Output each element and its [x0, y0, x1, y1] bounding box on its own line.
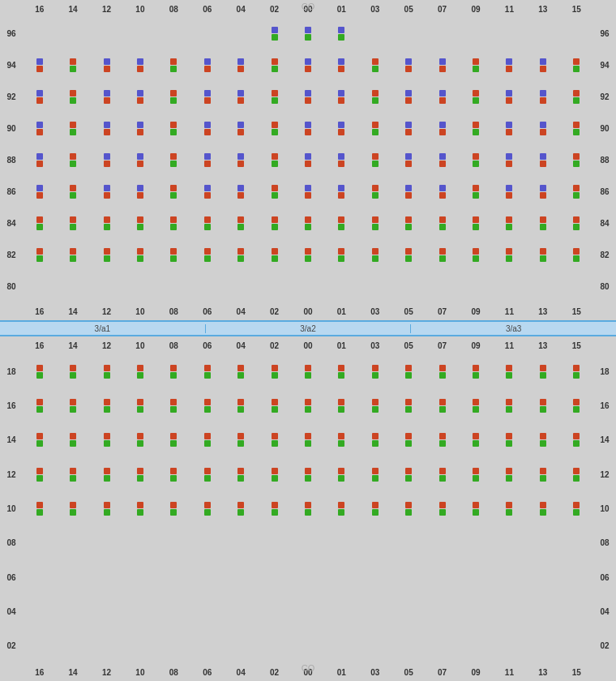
- col-label: 07: [426, 663, 459, 681]
- seat-cell: [426, 271, 459, 302]
- seat-cell: [291, 271, 324, 302]
- row-label: 08: [0, 526, 23, 560]
- seat-cell: [560, 176, 593, 208]
- bottom-row-labels-left: 181614121008060402: [0, 354, 23, 663]
- seat-cell: [291, 491, 324, 525]
- col-label: 07: [426, 302, 459, 320]
- seat-cell: [493, 113, 526, 144]
- row-label: 16: [593, 388, 616, 422]
- row-label-left: 96: [0, 18, 23, 49]
- seat-cell: [291, 144, 324, 176]
- seat-cell: [560, 388, 593, 422]
- col-label: 06: [190, 663, 224, 681]
- row-label: 10: [0, 491, 23, 525]
- seat-cell: [459, 144, 492, 176]
- seat-cell: [258, 594, 291, 628]
- seat-cell: [123, 457, 156, 491]
- col-label: 15: [560, 663, 593, 681]
- col-label: 00: [291, 302, 324, 320]
- seat-cell: [190, 388, 224, 422]
- seat-cell: [291, 49, 324, 81]
- seat-row: [23, 49, 593, 81]
- seat-cell: [56, 18, 89, 49]
- seat-cell: [493, 388, 526, 422]
- seat-cell: [526, 423, 559, 457]
- seat-cell: [23, 208, 56, 239]
- seat-cell: [526, 144, 559, 176]
- row-label-right: 82: [593, 239, 616, 271]
- seat-cell: [90, 18, 123, 49]
- col-label: 05: [391, 336, 425, 354]
- col-label: 16: [23, 336, 56, 354]
- seat-cell: [493, 239, 526, 271]
- col-label: 11: [493, 302, 526, 320]
- col-label: 05: [391, 302, 425, 320]
- seat-cell: [258, 526, 291, 560]
- seat-cell: [325, 208, 358, 239]
- seat-cell: [224, 176, 257, 208]
- seat-cell: [224, 594, 257, 628]
- seat-cell: [258, 81, 291, 113]
- seat-cell: [493, 81, 526, 113]
- seat-cell: [190, 629, 224, 663]
- seat-cell: [426, 208, 459, 239]
- seat-cell: [358, 457, 391, 491]
- seat-cell: [90, 491, 123, 525]
- seat-cell: [258, 629, 291, 663]
- col-label: 11: [493, 0, 526, 18]
- col-label: 07: [426, 336, 459, 354]
- seat-cell: [526, 208, 559, 239]
- seat-cell: [358, 144, 391, 176]
- seat-cell: [23, 594, 56, 628]
- seat-cell: [56, 81, 89, 113]
- seat-cell: [358, 49, 391, 81]
- seat-cell: [459, 49, 492, 81]
- seat-cell: [258, 18, 291, 49]
- seat-cell: [90, 144, 123, 176]
- seat-cell: [325, 388, 358, 422]
- seat-cell: [258, 239, 291, 271]
- seat-cell: [526, 388, 559, 422]
- seat-cell: [190, 457, 224, 491]
- seat-cell: [291, 560, 324, 594]
- row-label-left: 94: [0, 49, 23, 81]
- top-row-labels-left: 969492908886848280: [0, 18, 23, 302]
- seat-cell: [23, 560, 56, 594]
- seat-cell: [560, 81, 593, 113]
- seat-row: [23, 491, 593, 525]
- seat-cell: [258, 457, 291, 491]
- bottom-seats-area: [23, 354, 593, 663]
- seat-cell: [56, 560, 89, 594]
- seat-cell: [56, 423, 89, 457]
- seat-cell: [358, 81, 391, 113]
- seat-cell: [56, 208, 89, 239]
- seat-row: [23, 208, 593, 239]
- col-label: 06: [190, 336, 224, 354]
- seat-cell: [56, 271, 89, 302]
- seat-cell: [56, 144, 89, 176]
- seat-cell: [123, 144, 156, 176]
- seat-cell: [123, 81, 156, 113]
- seat-row: [23, 239, 593, 271]
- col-label: 12: [90, 663, 123, 681]
- col-label: 02: [258, 663, 291, 681]
- seat-row: [23, 354, 593, 388]
- seat-cell: [123, 354, 156, 388]
- seat-cell: [258, 113, 291, 144]
- seat-cell: [90, 594, 123, 628]
- row-label: 08: [593, 526, 616, 560]
- row-label: 04: [593, 594, 616, 628]
- row-label: 06: [0, 560, 23, 594]
- row-label-right: 88: [593, 144, 616, 176]
- seat-cell: [157, 526, 190, 560]
- row-label: 18: [0, 354, 23, 388]
- seat-cell: [493, 594, 526, 628]
- seat-cell: [391, 144, 425, 176]
- seat-cell: [291, 354, 324, 388]
- seat-cell: [391, 354, 425, 388]
- seat-row: [23, 81, 593, 113]
- seat-cell: [526, 354, 559, 388]
- seat-cell: [224, 629, 257, 663]
- seat-cell: [358, 176, 391, 208]
- seat-cell: [157, 176, 190, 208]
